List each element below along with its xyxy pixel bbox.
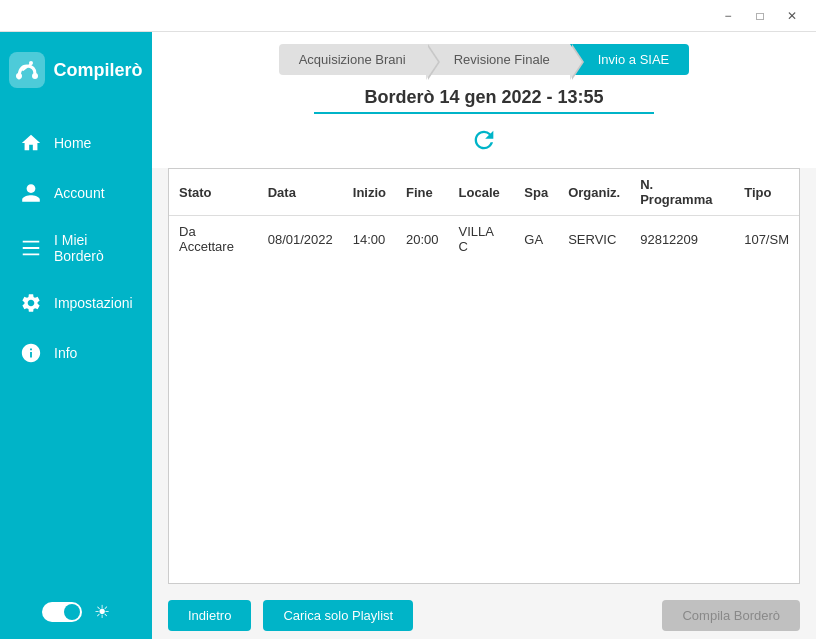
refresh-icon — [470, 126, 498, 154]
compila-bordero-button[interactable]: Compila Borderò — [662, 600, 800, 631]
bottom-bar: Indietro Carica solo Playlist Compila Bo… — [152, 592, 816, 639]
col-stato: Stato — [169, 169, 258, 216]
logo-area: Compilerò — [9, 52, 142, 88]
content-area: Acquisizione Brani Revisione Finale Invi… — [152, 32, 816, 639]
col-tipo: Tipo — [734, 169, 799, 216]
sidebar-item-account[interactable]: Account — [0, 168, 152, 218]
tabs-container: Acquisizione Brani Revisione Finale Invi… — [152, 32, 816, 75]
svg-point-1 — [32, 73, 38, 79]
col-locale: Locale — [449, 169, 515, 216]
sidebar: Compilerò Home Account — [0, 32, 152, 639]
sidebar-item-info[interactable]: Info — [0, 328, 152, 378]
refresh-area — [152, 118, 816, 168]
person-icon — [20, 182, 42, 204]
toggle-knob — [64, 604, 80, 620]
tab-revisione[interactable]: Revisione Finale — [426, 44, 570, 75]
maximize-button[interactable]: □ — [744, 6, 776, 26]
info-icon — [20, 342, 42, 364]
table-header-row: Stato Data Inizio Fine Locale Spa Organi… — [169, 169, 799, 216]
col-organiz: Organiz. — [558, 169, 630, 216]
cell-data: 08/01/2022 — [258, 216, 343, 263]
page-title-area: Borderò 14 gen 2022 - 13:55 — [152, 75, 816, 118]
svg-point-3 — [29, 61, 33, 65]
sidebar-item-home[interactable]: Home — [0, 118, 152, 168]
page-title: Borderò 14 gen 2022 - 13:55 — [152, 87, 816, 108]
page-title-underline — [314, 112, 654, 114]
gear-icon — [20, 292, 42, 314]
cell-tipo: 107/SM — [734, 216, 799, 263]
tab-acquisizione[interactable]: Acquisizione Brani — [279, 44, 426, 75]
table-container: Stato Data Inizio Fine Locale Spa Organi… — [168, 168, 800, 584]
sidebar-label-bordero: I Miei Borderò — [54, 232, 132, 264]
app-name: Compilerò — [53, 60, 142, 81]
tab-invio[interactable]: Invio a SIAE — [570, 44, 690, 75]
main-layout: Compilerò Home Account — [0, 32, 816, 639]
close-button[interactable]: ✕ — [776, 6, 808, 26]
sun-icon: ☀ — [94, 601, 110, 623]
data-table: Stato Data Inizio Fine Locale Spa Organi… — [169, 169, 799, 262]
sidebar-label-info: Info — [54, 345, 77, 361]
carica-playlist-button[interactable]: Carica solo Playlist — [263, 600, 413, 631]
logo-icon — [9, 52, 45, 88]
sidebar-label-account: Account — [54, 185, 105, 201]
minimize-button[interactable]: − — [712, 6, 744, 26]
sidebar-label-home: Home — [54, 135, 91, 151]
cell-stato: Da Accettare — [169, 216, 258, 263]
cell-locale: VILLA C — [449, 216, 515, 263]
indietro-button[interactable]: Indietro — [168, 600, 251, 631]
cell-fine: 20:00 — [396, 216, 449, 263]
svg-point-2 — [16, 73, 22, 79]
cell-organiz: SERVIC — [558, 216, 630, 263]
refresh-button[interactable] — [470, 126, 498, 160]
svg-rect-0 — [9, 52, 45, 88]
list-icon — [20, 237, 42, 259]
col-spa: Spa — [514, 169, 558, 216]
sidebar-label-impostazioni: Impostazioni — [54, 295, 133, 311]
theme-toggle[interactable] — [42, 602, 82, 622]
cell-n_programma: 92812209 — [630, 216, 734, 263]
sidebar-bottom: ☀ — [26, 585, 126, 639]
col-fine: Fine — [396, 169, 449, 216]
cell-inizio: 14:00 — [343, 216, 396, 263]
col-inizio: Inizio — [343, 169, 396, 216]
sidebar-item-impostazioni[interactable]: Impostazioni — [0, 278, 152, 328]
sidebar-item-bordero[interactable]: I Miei Borderò — [0, 218, 152, 278]
cell-spa: GA — [514, 216, 558, 263]
home-icon — [20, 132, 42, 154]
title-bar: − □ ✕ — [0, 0, 816, 32]
nav-items: Home Account I Miei Borderò — [0, 118, 152, 378]
col-nprogramma: N. Programma — [630, 169, 734, 216]
col-data: Data — [258, 169, 343, 216]
table-body: Da Accettare08/01/202214:0020:00VILLA CG… — [169, 216, 799, 263]
app-window: − □ ✕ Compilerò — [0, 0, 816, 639]
table-row: Da Accettare08/01/202214:0020:00VILLA CG… — [169, 216, 799, 263]
